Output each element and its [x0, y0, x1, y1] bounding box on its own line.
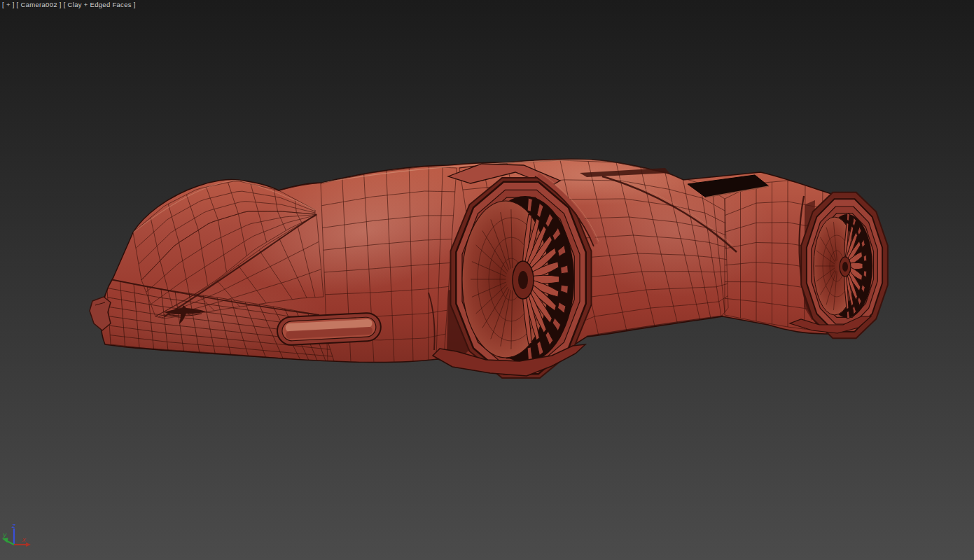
axis-y-label: y	[3, 531, 8, 538]
axis-z-label: z	[12, 522, 16, 529]
axis-x-label: x	[22, 536, 27, 543]
viewport-label-bar: [ + ][ Camera002 ][ Clay + Edged Faces ]	[2, 1, 138, 8]
viewport-general-menu[interactable]: [ + ]	[2, 1, 15, 8]
headlight	[277, 312, 382, 346]
side-mirror-nub	[90, 297, 111, 330]
world-axis-gizmo: z x y	[1, 522, 34, 554]
viewport-shading-menu[interactable]: [ Clay + Edged Faces ]	[64, 1, 136, 8]
rendered-scene	[0, 0, 974, 560]
axis-y-arrow	[2, 538, 8, 542]
car-model[interactable]	[90, 146, 888, 378]
viewport-pov-menu[interactable]: [ Camera002 ]	[17, 1, 62, 8]
3d-viewport[interactable]: [ + ][ Camera002 ][ Clay + Edged Faces ]…	[0, 0, 974, 560]
rear-turbine-wheel[interactable]	[801, 192, 888, 339]
axis-x-arrow	[26, 542, 31, 547]
